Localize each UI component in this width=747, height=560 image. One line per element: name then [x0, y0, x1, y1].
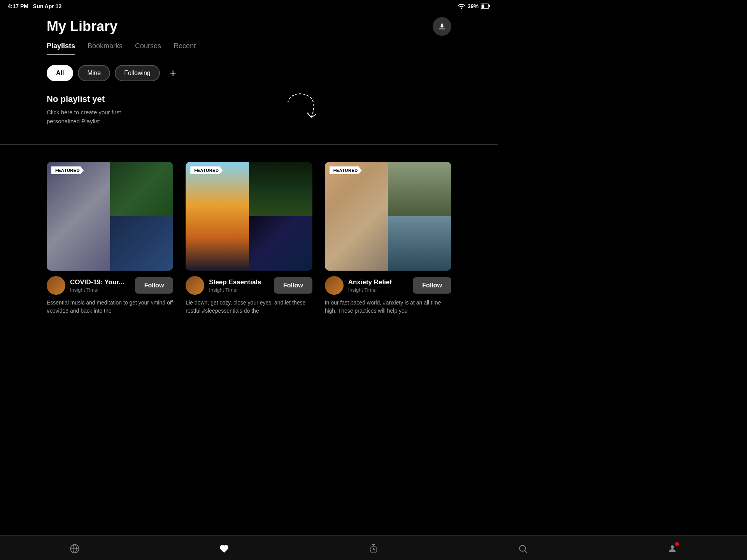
- status-bar: 4:17 PM Sun Apr 12 39%: [0, 0, 498, 12]
- card-meta-anxiety: Anxiety Relief Insight Timer: [348, 278, 409, 293]
- status-time: 4:17 PM Sun Apr 12: [8, 3, 61, 9]
- svg-rect-1: [482, 5, 484, 8]
- description-covid: Essential music and meditation to get yo…: [47, 299, 173, 315]
- card-meta-covid: COVID-19: Your... Insight Timer: [70, 278, 130, 293]
- covid-img-top: [110, 162, 174, 216]
- sleep-img-bottom: [249, 216, 312, 271]
- featured-badge-sleep: FEATURED: [190, 166, 223, 174]
- covid-img-bottom: [110, 216, 174, 271]
- battery-text: 39%: [468, 3, 479, 9]
- filter-mine[interactable]: Mine: [78, 65, 110, 81]
- follow-button-covid[interactable]: Follow: [135, 277, 174, 294]
- playlist-card-anxiety[interactable]: FEATURED Anxiety Relief Insight Timer Fo…: [325, 162, 451, 315]
- card-info-sleep: Sleep Essentials Insight Timer Follow: [186, 276, 312, 295]
- empty-description: Click here to create your firstpersonali…: [47, 108, 121, 126]
- provider-sleep: Insight Timer: [209, 287, 269, 293]
- covid-img-main: [47, 162, 110, 271]
- sleep-img-main: [186, 162, 249, 271]
- playlist-name-covid: COVID-19: Your...: [70, 278, 130, 286]
- featured-badge-anxiety: FEATURED: [330, 166, 362, 174]
- anxiety-img-bottom: [388, 216, 451, 271]
- svg-rect-2: [489, 5, 490, 7]
- avatar-sleep: [186, 276, 204, 295]
- page-title: My Library: [47, 18, 117, 35]
- playlist-card-covid[interactable]: FEATURED COVID-19: Your... Insight Timer…: [47, 162, 173, 315]
- anxiety-img-top: [388, 162, 451, 216]
- wifi-icon: [458, 4, 465, 9]
- tab-playlists[interactable]: Playlists: [47, 42, 75, 55]
- description-anxiety: In our fast paced world, #anxiety is at …: [325, 299, 451, 315]
- avatar-covid: [47, 276, 65, 295]
- follow-button-sleep[interactable]: Follow: [274, 277, 312, 294]
- empty-text: No playlist yet Click here to create you…: [47, 94, 121, 126]
- description-sleep: Lie down, get cozy, close your eyes, and…: [186, 299, 312, 315]
- provider-anxiety: Insight Timer: [348, 287, 409, 293]
- card-info-covid: COVID-19: Your... Insight Timer Follow: [47, 276, 173, 295]
- filter-following[interactable]: Following: [115, 65, 160, 81]
- provider-covid: Insight Timer: [70, 287, 130, 293]
- empty-heading: No playlist yet: [47, 94, 121, 104]
- follow-button-anxiety[interactable]: Follow: [413, 277, 451, 294]
- header: My Library: [0, 12, 498, 36]
- tab-recent[interactable]: Recent: [174, 42, 196, 55]
- sleep-img-top: [249, 162, 312, 216]
- card-images-anxiety: FEATURED: [325, 162, 451, 271]
- featured-section: FEATURED COVID-19: Your... Insight Timer…: [0, 154, 498, 323]
- empty-state: No playlist yet Click here to create you…: [0, 82, 498, 135]
- filter-row: All Mine Following +: [0, 55, 498, 82]
- playlist-name-sleep: Sleep Essentials: [209, 278, 269, 286]
- filter-all[interactable]: All: [47, 65, 73, 81]
- featured-badge-covid: FEATURED: [51, 166, 84, 174]
- anxiety-img-main: [325, 162, 388, 271]
- status-icons: 39%: [458, 3, 490, 9]
- add-playlist-button[interactable]: +: [165, 65, 182, 82]
- download-icon: [438, 22, 446, 31]
- avatar-anxiety: [325, 276, 344, 295]
- card-images-covid: FEATURED: [47, 162, 173, 271]
- battery-icon: [481, 4, 490, 9]
- doodle-arrow: [280, 90, 327, 121]
- card-meta-sleep: Sleep Essentials Insight Timer: [209, 278, 269, 293]
- playlist-card-sleep[interactable]: FEATURED Sleep Essentials Insight Timer …: [186, 162, 312, 315]
- tab-bookmarks[interactable]: Bookmarks: [88, 42, 123, 55]
- section-divider: [0, 144, 498, 145]
- card-images-sleep: FEATURED: [186, 162, 312, 271]
- playlists-row: FEATURED COVID-19: Your... Insight Timer…: [47, 162, 451, 315]
- card-info-anxiety: Anxiety Relief Insight Timer Follow: [325, 276, 451, 295]
- download-button[interactable]: [433, 17, 451, 36]
- tab-courses[interactable]: Courses: [135, 42, 161, 55]
- playlist-name-anxiety: Anxiety Relief: [348, 278, 409, 286]
- tabs-row: Playlists Bookmarks Courses Recent: [0, 36, 498, 55]
